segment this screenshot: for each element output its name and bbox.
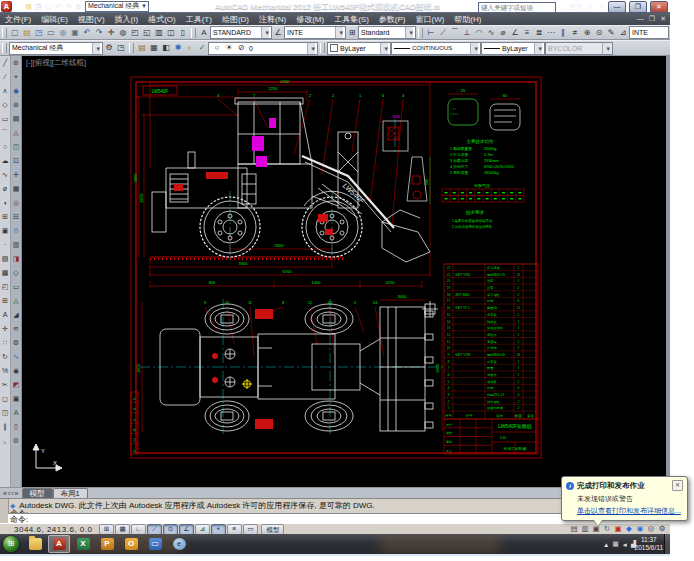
menu-annotate[interactable]: 注释(N) [254, 14, 291, 25]
zoom-tool-icon[interactable]: ⊡ [11, 154, 22, 168]
taskbar-browser[interactable]: e [168, 535, 190, 553]
workspace-settings-icon[interactable]: ⚙ [103, 42, 115, 54]
drawing-canvas[interactable]: [-][俯视][二维线框] [22, 56, 666, 487]
gear-icon[interactable]: ⚙ [11, 336, 22, 350]
layer-combo[interactable]: ○☀⊘ 0 ▾ [208, 42, 318, 55]
current-dim-style-box[interactable]: INTE [629, 26, 669, 39]
balloon-icon[interactable]: ◬ [11, 126, 22, 140]
create-block-icon[interactable]: ▣ [0, 224, 11, 238]
dyn-toggle[interactable]: ⌖ [211, 524, 226, 535]
insert-block-icon[interactable]: ⊞ [0, 210, 11, 224]
erase-icon[interactable]: ◻ [0, 392, 11, 406]
construction-icon[interactable]: ⟐ [11, 224, 22, 238]
spring-icon[interactable]: ∿ [11, 350, 22, 364]
menu-view[interactable]: 视图(V) [73, 14, 110, 25]
tray-expand-icon[interactable]: ▲ [603, 541, 609, 548]
menu-format[interactable]: 格式(O) [143, 14, 181, 25]
doc-close-button[interactable]: ✕ [660, 15, 666, 23]
text-style-icon[interactable]: A [198, 27, 210, 39]
help-icon[interactable]: ? [596, 3, 605, 12]
fem-icon[interactable]: ◩ [11, 378, 22, 392]
toolbar-grip[interactable] [320, 43, 325, 53]
qat-new-icon[interactable]: ▢ [14, 2, 23, 11]
zoom-realtime-icon[interactable]: ◍ [117, 27, 129, 39]
point-icon[interactable]: · [0, 238, 11, 252]
color-combo[interactable]: ByLayer▾ [327, 42, 391, 55]
ducs-toggle[interactable]: ⊿ [195, 524, 210, 535]
layer-isolate-icon[interactable]: ◧ [160, 42, 172, 54]
lwt-toggle[interactable]: ≡ [227, 524, 242, 535]
rectangle-icon[interactable]: ▭ [0, 112, 11, 126]
layout-space-icon[interactable]: ▥ [580, 524, 590, 534]
maximize-button[interactable]: ❐ [629, 1, 647, 13]
shaft-generator-icon[interactable]: ⌖ [11, 70, 22, 84]
ellipse-arc-icon[interactable]: ◖ [0, 196, 11, 210]
sync-icon[interactable]: ↻ [602, 524, 612, 534]
tool-palettes-icon[interactable]: ▯ [177, 27, 189, 39]
toolbar-grip[interactable] [418, 28, 423, 38]
mirror-icon[interactable]: ◫ [0, 406, 11, 420]
dim-style-icon[interactable]: ∠ [272, 27, 284, 39]
toolbar-grip[interactable] [2, 28, 7, 38]
lineweight-combo[interactable]: ByLayer▾ [481, 42, 545, 55]
taskbar-explorer[interactable] [24, 535, 46, 553]
screw-connection-icon[interactable]: ⊕ [11, 56, 22, 70]
qat-save-icon[interactable]: ◳ [34, 2, 43, 11]
parts-list-icon[interactable]: ◫ [11, 140, 22, 154]
tab-model[interactable]: 模型 [22, 488, 53, 499]
qat-undo-icon[interactable]: ↶ [54, 2, 63, 11]
layer-off-icon[interactable]: ◐ [184, 42, 196, 54]
menu-draw[interactable]: 绘图(D) [217, 14, 254, 25]
taskbar-pdf[interactable]: P [96, 535, 118, 553]
diameter-icon[interactable]: ⌀ [497, 27, 509, 39]
workspace-save-icon[interactable]: ◳ [115, 42, 127, 54]
search-input[interactable] [478, 2, 556, 13]
options-icon[interactable]: ⚙ [11, 434, 22, 448]
standard-parts-icon[interactable]: ◉ [11, 84, 22, 98]
doc-minimize-button[interactable]: — [637, 15, 644, 23]
move-icon[interactable]: ✛ [0, 322, 11, 336]
region-icon[interactable]: ◰ [0, 280, 11, 294]
start-button[interactable]: ⊞ [3, 536, 19, 552]
isolate-objects-icon[interactable]: ◎ [646, 524, 656, 534]
qat-gear-icon[interactable]: ⚙ [74, 2, 83, 11]
polygon-icon[interactable]: ◇ [0, 98, 11, 112]
toolbar-grip[interactable] [2, 43, 7, 53]
taskbar-clock[interactable]: 11:37 2015/6/11 [635, 536, 663, 552]
undo-icon[interactable]: ↶ [81, 27, 93, 39]
tab-prev-button[interactable]: ‹ [8, 490, 10, 497]
aligned-dimension-icon[interactable]: ⟋ [437, 27, 449, 39]
layer-states-icon[interactable]: ▦ [148, 42, 160, 54]
arc-length-icon[interactable]: ⌒ [449, 27, 461, 39]
layer-unlock-icon[interactable]: ⊘ [235, 42, 247, 54]
menu-modify[interactable]: 修改(M) [291, 14, 329, 25]
workspace-switcher[interactable]: Mechanical 经典 ▾ [85, 1, 149, 12]
notification-close-icon[interactable]: ✕ [672, 480, 683, 491]
power-dimension-icon[interactable]: ⊚ [11, 98, 22, 112]
qat-plot-icon[interactable]: ▭ [44, 2, 53, 11]
annotation-icon[interactable]: A [11, 406, 22, 420]
menu-file[interactable]: 文件(F) [0, 14, 36, 25]
osnap-toggle[interactable]: ⊙ [163, 524, 178, 535]
taper-icon[interactable]: ◬ [11, 294, 22, 308]
linear-dimension-icon[interactable]: ⊢ [425, 27, 437, 39]
performance-icon[interactable]: ◉ [635, 524, 645, 534]
tray-volume-icon[interactable]: ◄ [622, 541, 628, 548]
pan-tool-icon[interactable]: ✛ [11, 168, 22, 182]
ellipse-icon[interactable]: ø [0, 182, 11, 196]
model-space-icon[interactable]: ▤ [569, 524, 579, 534]
close-button[interactable]: ✕ [650, 1, 668, 13]
search-icon[interactable]: ⌕ [558, 3, 567, 12]
new-icon[interactable]: ▢ [9, 27, 21, 39]
weld-symbol-icon[interactable]: ◇ [11, 266, 22, 280]
continue-icon[interactable]: ⋯ [545, 27, 557, 39]
trusted-dwg-icon[interactable]: ◆ [624, 524, 634, 534]
rotate-icon[interactable]: ↻ [0, 350, 11, 364]
dim-space-icon[interactable]: ∥ [557, 27, 569, 39]
trim-icon[interactable]: ✂ [0, 378, 11, 392]
menu-insert[interactable]: 插入(I) [110, 14, 144, 25]
arc-icon[interactable]: ⌒ [0, 126, 11, 140]
cleanscreen-icon[interactable]: ⚙ [657, 524, 667, 534]
gradient-icon[interactable]: ▩ [0, 266, 11, 280]
ordinate-icon[interactable]: ⊥ [461, 27, 473, 39]
